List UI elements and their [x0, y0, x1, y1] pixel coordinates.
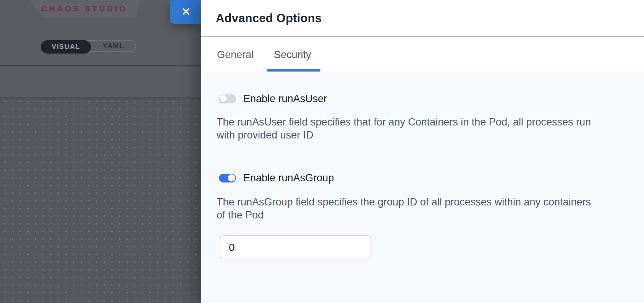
run-as-user-label: Enable runAsUser [243, 93, 327, 105]
run-as-user-description: The runAsUser field specifies that for a… [217, 116, 599, 142]
drawer-header: Advanced Options [201, 0, 644, 37]
brand-title: CHAOS STUDIO [42, 5, 128, 13]
visual-yaml-toggle[interactable]: VISUAL YAML [41, 40, 136, 52]
run-as-user-row: Enable runAsUser [219, 93, 327, 104]
chaos-studio-background-panel: CHAOS STUDIO VISUAL YAML [0, 0, 201, 303]
advanced-options-drawer: Advanced Options General Security Enable… [201, 0, 644, 303]
screen: CHAOS STUDIO VISUAL YAML ✕ Advanced Opti… [0, 0, 644, 303]
run-as-group-value-input[interactable] [220, 235, 371, 259]
run-as-group-switch[interactable] [219, 174, 236, 182]
drawer-tabs: General Security [201, 38, 644, 72]
drawer-title: Advanced Options [216, 11, 322, 25]
active-tab-underline [267, 69, 320, 72]
workflow-canvas[interactable] [0, 97, 201, 303]
tab-security[interactable]: Security [274, 38, 311, 72]
toggle-option-visual[interactable]: VISUAL [41, 40, 91, 54]
run-as-group-row: Enable runAsGroup [219, 173, 334, 183]
toggle-option-yaml[interactable]: YAML [91, 41, 136, 51]
brand-ribbon: CHAOS STUDIO [30, 0, 139, 18]
security-tab-content: Enable runAsUser The runAsUser field spe… [201, 72, 644, 303]
switch-knob [219, 95, 227, 103]
run-as-user-switch[interactable] [219, 94, 236, 103]
switch-knob [228, 174, 236, 182]
close-icon: ✕ [181, 6, 191, 18]
run-as-group-description: The runAsGroup field specifies the group… [217, 195, 599, 222]
close-drawer-button[interactable]: ✕ [170, 0, 202, 24]
tab-general[interactable]: General [217, 38, 254, 72]
run-as-group-label: Enable runAsGroup [243, 172, 334, 184]
